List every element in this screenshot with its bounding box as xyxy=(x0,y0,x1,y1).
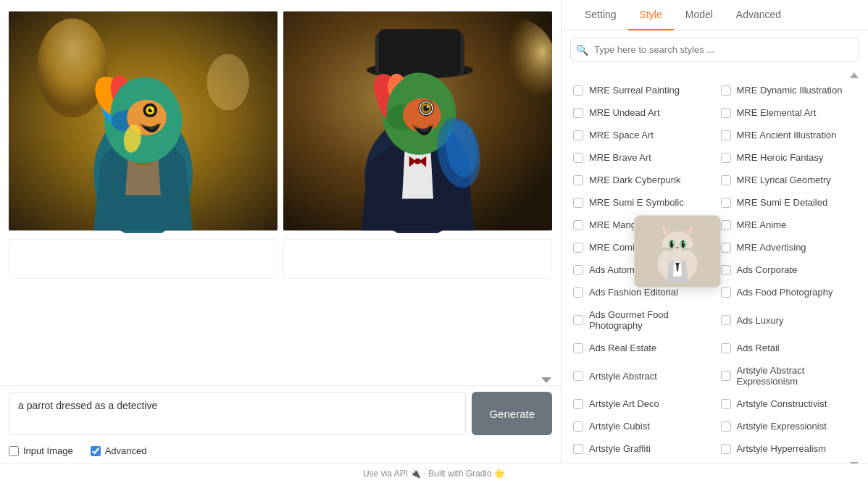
svg-point-49 xyxy=(670,240,673,248)
tab-style[interactable]: Style xyxy=(628,0,674,30)
svg-point-15 xyxy=(151,108,153,110)
style-checkbox-mre-undead-art[interactable] xyxy=(573,108,583,118)
style-item-artstyle-abstract[interactable]: Artstyle Abstract xyxy=(570,361,712,391)
style-checkbox-artstyle-art-deco[interactable] xyxy=(573,399,583,409)
style-item-ads-luxury[interactable]: Ads Luxury xyxy=(718,305,860,335)
svg-marker-58 xyxy=(850,462,859,463)
svg-point-50 xyxy=(681,240,684,248)
style-checkbox-mre-sumi-e-symbolic[interactable] xyxy=(573,198,583,208)
tab-setting[interactable]: Setting xyxy=(573,0,628,30)
search-input[interactable] xyxy=(570,38,859,62)
style-checkbox-ads-food-photography[interactable] xyxy=(721,287,731,298)
style-item-mre-dark-cyberpunk[interactable]: MRE Dark Cyberpunk xyxy=(570,170,712,190)
advanced-checkbox[interactable] xyxy=(91,446,101,456)
input-image-checkbox[interactable] xyxy=(9,446,19,456)
style-preview-popup xyxy=(634,215,721,287)
style-checkbox-ads-gourmet-food-photography[interactable] xyxy=(573,315,583,325)
svg-point-1 xyxy=(37,18,108,117)
style-item-mre-advertising[interactable]: MRE Advertising xyxy=(718,238,860,257)
style-checkbox-mre-heroic-fantasy[interactable] xyxy=(721,153,731,163)
style-item-ads-corporate[interactable]: Ads Corporate xyxy=(718,260,860,280)
style-checkbox-mre-lyrical-geometry[interactable] xyxy=(721,175,731,185)
style-checkbox-mre-ancient-illustration[interactable] xyxy=(721,130,731,140)
left-panel: a parrot dressed as a <a href="#">detect… xyxy=(0,0,562,463)
style-checkbox-ads-automotive[interactable] xyxy=(573,265,583,275)
style-checkbox-artstyle-hyperrealism[interactable] xyxy=(721,444,731,454)
svg-point-51 xyxy=(672,242,673,243)
advanced-option[interactable]: Advanced xyxy=(91,445,147,456)
style-item-mre-space-art[interactable]: MRE Space Art xyxy=(570,125,712,145)
svg-point-52 xyxy=(683,242,684,243)
style-item-mre-heroic-fantasy[interactable]: MRE Heroic Fantasy xyxy=(718,148,860,167)
style-item-mre-lyrical-geometry[interactable]: MRE Lyrical Geometry xyxy=(718,170,860,190)
style-checkbox-ads-corporate[interactable] xyxy=(721,265,731,275)
style-item-artstyle-cubist[interactable]: Artstyle Cubist xyxy=(570,416,712,436)
style-checkbox-ads-retail[interactable] xyxy=(721,343,731,353)
style-checkbox-mre-brave-art[interactable] xyxy=(573,153,583,163)
parrot-svg-2 xyxy=(283,9,552,233)
footer-use-api[interactable]: Use via API xyxy=(363,469,408,479)
style-checkbox-ads-luxury[interactable] xyxy=(721,315,731,325)
search-area: 🔍 xyxy=(562,30,868,69)
style-checkbox-artstyle-graffiti[interactable] xyxy=(573,444,583,454)
cat-preview-svg xyxy=(635,215,720,287)
style-checkbox-mre-dark-cyberpunk[interactable] xyxy=(573,175,583,185)
style-checkbox-mre-anime[interactable] xyxy=(721,220,731,230)
style-item-artstyle-abstract-expressionism[interactable]: Artstyle Abstract Expressionism xyxy=(718,361,860,391)
style-item-artstyle-hyperrealism[interactable]: Artstyle Hyperrealism xyxy=(718,439,860,458)
style-item-ads-real-estate[interactable]: Ads Real Estate xyxy=(570,338,712,358)
tabs-header: Setting Style Model Advanced xyxy=(562,0,868,30)
style-checkbox-mre-sumi-e-detailed[interactable] xyxy=(721,198,731,208)
style-checkbox-mre-surreal-painting[interactable] xyxy=(573,85,583,96)
style-item-artstyle-constructivist[interactable]: Artstyle Constructivist xyxy=(718,394,860,413)
style-item-mre-brave-art[interactable]: MRE Brave Art xyxy=(570,148,712,167)
style-item-mre-ancient-illustration[interactable]: MRE Ancient Illustration xyxy=(718,125,860,145)
style-item-ads-gourmet-food-photography[interactable]: Ads Gourmet Food Photography xyxy=(570,305,712,335)
empty-image-right xyxy=(283,239,552,279)
style-checkbox-mre-space-art[interactable] xyxy=(573,130,583,140)
style-list[interactable]: MRE Surreal Painting MRE Dynamic Illustr… xyxy=(562,69,868,463)
style-scroll-down-icon[interactable] xyxy=(849,461,859,463)
style-item-artstyle-expressionist[interactable]: Artstyle Expressionist xyxy=(718,416,860,436)
style-checkbox-mre-advertising[interactable] xyxy=(721,243,731,253)
style-item-ads-food-photography[interactable]: Ads Food Photography xyxy=(718,282,860,302)
style-checkbox-mre-comic[interactable] xyxy=(573,243,583,253)
style-checkbox-ads-real-estate[interactable] xyxy=(573,343,583,353)
tab-model[interactable]: Model xyxy=(674,0,725,30)
parrot-svg-1 xyxy=(9,9,277,233)
style-checkbox-mre-manga[interactable] xyxy=(573,220,583,230)
style-checkbox-mre-dynamic-illustration[interactable] xyxy=(721,85,731,96)
style-grid: MRE Surreal Painting MRE Dynamic Illustr… xyxy=(570,80,859,458)
image-gallery xyxy=(0,0,561,375)
style-item-ads-retail[interactable]: Ads Retail xyxy=(718,338,860,358)
svg-marker-39 xyxy=(850,72,859,78)
gallery-scroll-icon[interactable] xyxy=(541,377,552,384)
style-checkbox-artstyle-constructivist[interactable] xyxy=(721,399,731,409)
style-item-mre-surreal-painting[interactable]: MRE Surreal Painting xyxy=(570,80,712,100)
advanced-label: Advanced xyxy=(105,445,147,456)
style-scroll-up-icon[interactable] xyxy=(849,72,859,79)
input-image-label: Input Image xyxy=(23,445,73,456)
style-checkbox-artstyle-abstract[interactable] xyxy=(573,371,583,381)
style-item-mre-undead-art[interactable]: MRE Undead Art xyxy=(570,103,712,122)
style-item-mre-dynamic-illustration[interactable]: MRE Dynamic Illustration xyxy=(718,80,860,100)
prompt-area: a parrot dressed as a <a href="#">detect… xyxy=(0,385,561,441)
tab-advanced[interactable]: Advanced xyxy=(725,0,793,30)
style-checkbox-mre-elemental-art[interactable] xyxy=(721,108,731,118)
style-item-artstyle-graffiti[interactable]: Artstyle Graffiti xyxy=(570,439,712,458)
style-item-mre-sumi-e-symbolic[interactable]: MRE Sumi E Symbolic xyxy=(570,193,712,212)
style-item-mre-elemental-art[interactable]: MRE Elemental Art xyxy=(718,103,860,122)
generate-button[interactable]: Generate xyxy=(472,392,552,435)
prompt-input[interactable]: a parrot dressed as a <a href="#">detect… xyxy=(9,392,466,435)
input-image-option[interactable]: Input Image xyxy=(9,445,73,456)
style-item-mre-sumi-e-detailed[interactable]: MRE Sumi E Detailed xyxy=(718,193,860,212)
style-item-mre-anime[interactable]: MRE Anime xyxy=(718,215,860,235)
style-checkbox-ads-fashion-editorial[interactable] xyxy=(573,287,583,298)
style-checkbox-artstyle-cubist[interactable] xyxy=(573,421,583,432)
parrot-image-left xyxy=(9,9,277,233)
style-checkbox-artstyle-expressionist[interactable] xyxy=(721,421,731,432)
style-item-artstyle-art-deco[interactable]: Artstyle Art Deco xyxy=(570,394,712,413)
footer-separator: · Built with Gradio xyxy=(424,469,492,479)
style-checkbox-artstyle-abstract-expressionism[interactable] xyxy=(721,371,731,381)
preview-image xyxy=(635,216,720,287)
